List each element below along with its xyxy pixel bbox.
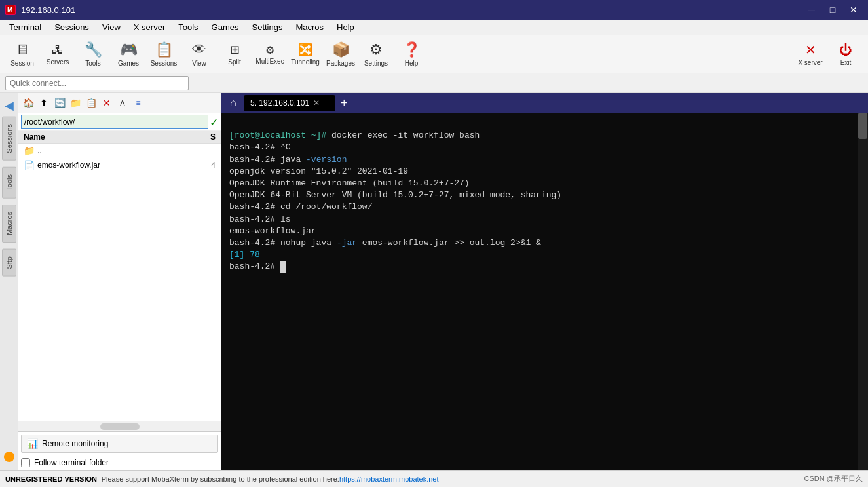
- menu-xserver[interactable]: X server: [127, 21, 172, 33]
- multiexec-label: MultiExec: [255, 58, 284, 65]
- flag-3: -version: [306, 155, 347, 165]
- toolbar-right: ✕ X server ⏻ Exit: [786, 38, 863, 71]
- settings-icon: ⚙: [369, 41, 383, 58]
- prompt-3: bash-4.2#: [229, 155, 280, 165]
- cmd-10b: emos-workflow.jar >> out.log 2>&1 &: [357, 238, 541, 248]
- fp-newfolder-button[interactable]: 📁: [68, 96, 83, 110]
- tab-add-button[interactable]: +: [337, 96, 352, 110]
- tools-label: Tools: [85, 60, 100, 67]
- split-icon: ⊞: [230, 43, 240, 57]
- menu-sessions[interactable]: Sessions: [48, 21, 96, 33]
- line-10: bash-4.2# nohup java -jar emos-workflow.…: [229, 238, 541, 248]
- servers-button[interactable]: 🖧 Servers: [41, 38, 75, 71]
- file-panel-hscrollbar[interactable]: [18, 421, 221, 431]
- fp-refresh-button[interactable]: 🔄: [52, 96, 67, 110]
- xserver-button[interactable]: ✕ X server: [793, 38, 827, 71]
- settings-button[interactable]: ⚙ Settings: [359, 38, 393, 71]
- toolbar-separator: [789, 38, 789, 64]
- view-button[interactable]: 👁 View: [182, 38, 216, 71]
- menu-settings[interactable]: Settings: [246, 21, 290, 33]
- cmd-10a: nohup java: [280, 238, 337, 248]
- menu-tools[interactable]: Tools: [172, 21, 204, 33]
- line-6: OpenJDK 64-Bit Server VM (build 15.0.2+7…: [229, 190, 561, 200]
- fp-settings-button[interactable]: ≡: [131, 96, 145, 110]
- sessions-label: Sessions: [151, 60, 178, 67]
- tunneling-label: Tunneling: [291, 58, 320, 66]
- file-item-jar[interactable]: 📄 emos-workflow.jar 4: [18, 158, 221, 172]
- path-ok-icon: ✓: [210, 116, 218, 128]
- servers-label: Servers: [47, 58, 69, 66]
- line-7: bash-4.2# cd /root/workflow/: [229, 202, 372, 212]
- packages-button[interactable]: 📦 Packages: [324, 38, 358, 71]
- file-item-parent[interactable]: 📁 ..: [18, 144, 221, 158]
- terminal-output[interactable]: [root@localhost ~]# docker exec -it work…: [221, 113, 858, 470]
- left-sidebar-tabs: ◀ Sessions Tools Macros Sftp: [0, 93, 18, 470]
- menu-macros[interactable]: Macros: [289, 21, 330, 33]
- line-4: openjdk version "15.0.2" 2021-01-19: [229, 166, 408, 176]
- cursor: [280, 261, 286, 273]
- tools-icon: 🔧: [85, 41, 102, 58]
- path-input[interactable]: [21, 115, 208, 129]
- follow-terminal-checkbox[interactable]: [21, 458, 30, 467]
- remote-monitoring-button[interactable]: 📊 Remote monitoring: [21, 435, 218, 453]
- file-name-parent: ..: [37, 146, 187, 155]
- tab-close-icon[interactable]: ✕: [313, 98, 320, 107]
- sidebar-tab-sftp[interactable]: Sftp: [2, 249, 16, 277]
- menu-view[interactable]: View: [96, 21, 127, 33]
- file-panel-bottom: 📊 Remote monitoring: [18, 431, 221, 456]
- collapse-icon[interactable]: ◀: [2, 96, 16, 115]
- xserver-label: X server: [798, 59, 822, 66]
- minimize-button[interactable]: ─: [802, 3, 821, 16]
- fp-up-button[interactable]: ⬆: [37, 96, 51, 110]
- multiexec-button[interactable]: ⚙ MultiExec: [253, 38, 287, 71]
- session-button[interactable]: 🖥 Session: [5, 38, 39, 71]
- terminal-area: ⌂ 5. 192.168.0.101 ✕ + [root@localhost ~…: [221, 93, 868, 470]
- menu-terminal[interactable]: Terminal: [3, 21, 48, 33]
- help-button[interactable]: ❓ Help: [394, 38, 428, 71]
- games-icon: 🎮: [120, 41, 138, 58]
- line-8: bash-4.2# ls: [229, 214, 291, 224]
- sftp-indicator: [4, 449, 14, 470]
- path-bar: ✓: [18, 113, 221, 131]
- sidebar-tab-tools[interactable]: Tools: [2, 167, 16, 199]
- help-label: Help: [405, 60, 419, 67]
- tools-button[interactable]: 🔧 Tools: [76, 38, 110, 71]
- window-title: 192.168.0.101: [21, 5, 75, 15]
- tunneling-button[interactable]: 🔀 Tunneling: [288, 38, 322, 71]
- exit-button[interactable]: ⏻ Exit: [829, 38, 863, 71]
- view-icon: 👁: [192, 41, 206, 58]
- close-button[interactable]: ✕: [844, 3, 863, 16]
- sidebar-tab-macros[interactable]: Macros: [2, 205, 16, 243]
- sidebar-tab-sessions[interactable]: Sessions: [2, 117, 16, 161]
- quick-connect-input[interactable]: [5, 76, 189, 90]
- hscrollbar-thumb: [100, 423, 140, 430]
- toolbar: 🖥 Session 🖧 Servers 🔧 Tools 🎮 Games 📋 Se…: [0, 35, 868, 73]
- plain-7: bash-4.2# cd /root/workflow/: [229, 202, 372, 212]
- sessions-button[interactable]: 📋 Sessions: [147, 38, 181, 71]
- remote-monitoring-label: Remote monitoring: [42, 439, 108, 448]
- maximize-button[interactable]: □: [823, 3, 842, 16]
- fp-rename-button[interactable]: A: [115, 96, 130, 110]
- line-11: [1] 78: [229, 250, 260, 260]
- tab-home-icon[interactable]: ⌂: [224, 95, 242, 111]
- terminal-scrollbar[interactable]: [858, 113, 868, 470]
- follow-terminal-label: Follow terminal folder: [34, 458, 109, 467]
- unregistered-label: UNREGISTERED VERSION: [5, 475, 97, 483]
- status-link[interactable]: https://mobaxterm.mobatek.net: [339, 475, 439, 483]
- file-list-header: Name S: [18, 131, 221, 144]
- fp-delete-button[interactable]: ✕: [100, 96, 114, 110]
- games-button[interactable]: 🎮 Games: [111, 38, 145, 71]
- file-list: 📁 .. 📄 emos-workflow.jar 4: [18, 144, 221, 421]
- status-right: CSDN @承平日久: [804, 474, 863, 484]
- fp-home-button[interactable]: 🏠: [21, 96, 35, 110]
- cmd-3a: java: [280, 155, 306, 165]
- session-label: Session: [10, 60, 34, 67]
- plain-11: [1] 78: [229, 250, 260, 260]
- terminal-tab-1[interactable]: 5. 192.168.0.101 ✕: [244, 95, 335, 111]
- sftp-dot: [4, 452, 14, 462]
- menu-help[interactable]: Help: [330, 21, 361, 33]
- menu-games[interactable]: Games: [205, 21, 246, 33]
- fp-copy-button[interactable]: 📋: [84, 96, 98, 110]
- split-button[interactable]: ⊞ Split: [217, 38, 252, 71]
- col-name-header: Name: [24, 132, 189, 142]
